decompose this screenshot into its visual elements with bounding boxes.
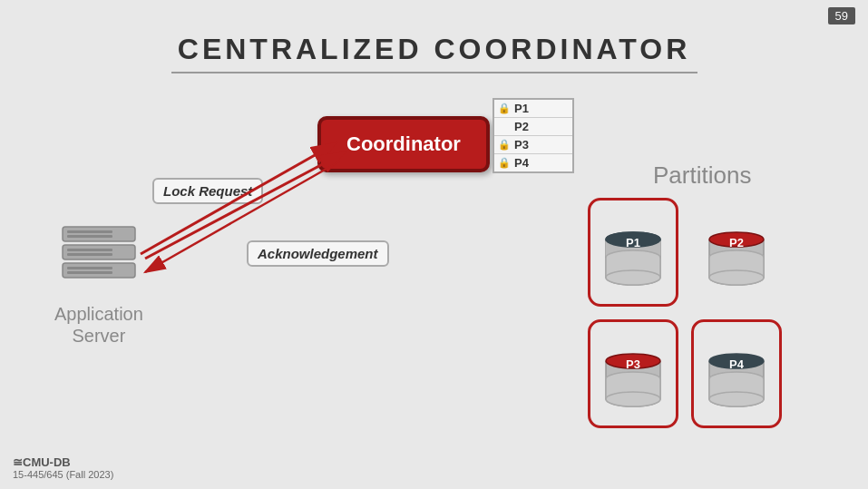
partition-grid: P1 P2	[588, 198, 782, 428]
svg-point-42	[606, 392, 660, 406]
lock-label-p3: P3	[514, 138, 529, 152]
svg-rect-5	[67, 253, 112, 256]
partition-cell-p3: P3	[588, 319, 678, 428]
lock-table: 🔒 P1 🔒 P2 🔒 P3 🔒 P4	[493, 98, 574, 173]
footer: ≅CMU-DB 15-445/645 (Fall 2023)	[13, 455, 113, 480]
page-number: 59	[828, 7, 855, 24]
lock-label-p1: P1	[514, 102, 529, 115]
partitions-label: Partitions	[653, 161, 751, 190]
svg-point-53	[709, 392, 764, 406]
server-label: Application Server	[54, 303, 143, 347]
lock-label-p4: P4	[514, 156, 529, 170]
svg-rect-0	[63, 227, 135, 241]
footer-course: 15-445/645 (Fall 2023)	[13, 469, 113, 480]
title-divider	[171, 72, 697, 73]
lock-label-p2: P2	[514, 120, 529, 133]
svg-rect-4	[67, 249, 112, 251]
lock-row-p2: 🔒 P2	[494, 118, 572, 136]
lock-row-p4: 🔒 P4	[494, 154, 572, 171]
svg-rect-2	[67, 235, 112, 238]
svg-text:P3: P3	[626, 357, 640, 371]
svg-point-31	[709, 270, 764, 285]
lock-request-label: Lock Request	[152, 178, 263, 204]
server-icon	[58, 218, 140, 290]
svg-point-22	[606, 270, 660, 285]
slide-title: CENTRALIZED COORDINATOR	[0, 0, 868, 66]
svg-rect-8	[67, 271, 112, 274]
svg-rect-1	[67, 230, 112, 233]
lock-icon-p4: 🔒	[498, 157, 511, 169]
lock-row-p1: 🔒 P1	[494, 100, 572, 118]
acknowledgement-label: Acknowledgement	[247, 240, 389, 267]
partition-cell-p1: P1	[588, 198, 678, 307]
partition-cell-p2: P2	[691, 198, 782, 307]
server-area: Application Server	[54, 218, 143, 347]
partition-cell-p4: P4	[691, 319, 782, 428]
footer-logo: ≅CMU-DB	[13, 455, 113, 469]
svg-rect-6	[63, 263, 135, 278]
lock-icon-p1: 🔒	[498, 103, 511, 114]
svg-text:P4: P4	[729, 357, 745, 371]
svg-rect-7	[67, 267, 112, 269]
lock-icon-p3: 🔒	[498, 139, 511, 151]
svg-text:P2: P2	[729, 236, 744, 249]
svg-text:P1: P1	[626, 236, 640, 249]
svg-rect-3	[63, 245, 135, 259]
lock-row-p3: 🔒 P3	[494, 136, 572, 154]
coordinator-box: Coordinator	[317, 116, 490, 172]
slide: 59 CENTRALIZED COORDINATOR Coordinator 🔒…	[0, 0, 868, 489]
